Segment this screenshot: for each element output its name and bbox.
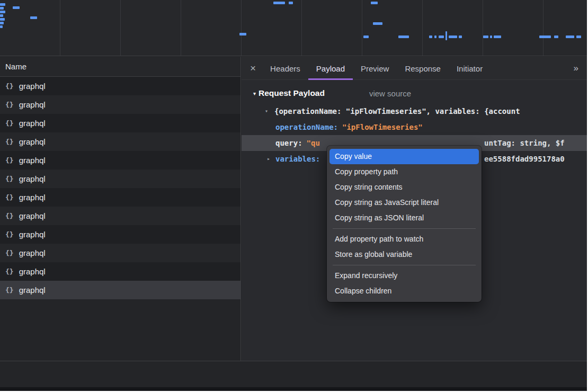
timeline-gridline: [362, 0, 362, 56]
request-name: graphql: [19, 230, 46, 239]
request-list: {}graphql{}graphql{}graphql{}graphql{}gr…: [0, 77, 240, 299]
property-value-left: "qu: [307, 139, 320, 147]
expander-closed-icon[interactable]: ▸: [267, 151, 270, 167]
timeline-gridline: [422, 0, 423, 56]
list-item[interactable]: {}graphql: [0, 244, 240, 262]
property-key: operationName:: [275, 123, 338, 131]
timeline-request-bar: [239, 33, 246, 35]
list-item[interactable]: {}graphql: [0, 225, 240, 244]
list-item[interactable]: {}graphql: [0, 262, 240, 281]
list-item[interactable]: {}graphql: [0, 170, 240, 188]
expander-open-icon[interactable]: ▾: [265, 103, 268, 119]
timeline-gridline: [543, 0, 544, 56]
network-overview-timeline[interactable]: [0, 0, 587, 56]
context-menu-item[interactable]: Add property path to watch: [329, 231, 479, 247]
name-column-header[interactable]: Name: [0, 57, 240, 77]
json-braces-icon: {}: [5, 138, 14, 146]
json-braces-icon: {}: [5, 175, 14, 183]
context-menu-item[interactable]: Copy string contents: [329, 180, 479, 195]
context-menu-item[interactable]: Copy string as JSON literal: [329, 210, 479, 226]
timeline-request-bar: [429, 35, 432, 38]
timeline-request-bar: [273, 2, 285, 4]
timeline-request-bar: [0, 7, 4, 10]
details-tab-bar: × HeadersPayloadPreviewResponseInitiator…: [242, 57, 587, 80]
timeline-request-bar: [0, 25, 3, 28]
json-braces-icon: {}: [5, 82, 14, 90]
root-preview-text: {operationName: "ipFlowTimeseries", vari…: [274, 107, 520, 115]
json-braces-icon: {}: [5, 230, 14, 238]
network-summary-bar: [0, 361, 587, 387]
json-braces-icon: {}: [5, 156, 14, 164]
list-item[interactable]: {}graphql: [0, 207, 240, 225]
context-menu-item[interactable]: Copy string as JavaScript literal: [329, 195, 479, 210]
list-item[interactable]: {}graphql: [0, 281, 240, 299]
list-item[interactable]: {}graphql: [0, 132, 240, 151]
property-value: "ipFlowTimeseries": [342, 123, 423, 131]
request-name: graphql: [19, 267, 46, 276]
timeline-gridline: [301, 0, 302, 56]
request-name: graphql: [19, 248, 46, 257]
context-menu-item[interactable]: Store as global variable: [329, 247, 479, 262]
timeline-request-bar: [539, 35, 551, 38]
tab-preview[interactable]: Preview: [353, 57, 397, 80]
timeline-request-bar: [0, 3, 5, 6]
property-value-right: untTag: string, $f: [484, 135, 565, 151]
collapse-triangle-icon[interactable]: ▾: [253, 91, 256, 96]
tab-headers[interactable]: Headers: [262, 57, 308, 80]
timeline-request-bar: [371, 2, 378, 4]
timeline-request-bar: [0, 14, 3, 17]
request-name: graphql: [19, 174, 46, 183]
list-item[interactable]: {}graphql: [0, 188, 240, 207]
timeline-gridline: [120, 0, 121, 56]
more-tabs-icon[interactable]: »: [565, 63, 587, 74]
property-value-right: ee5588fdad995178a0: [484, 151, 565, 167]
view-source-link[interactable]: view source: [369, 89, 411, 98]
property-key: variables:: [275, 155, 320, 163]
window-bottom-edge: [0, 387, 587, 391]
request-name: graphql: [19, 211, 46, 220]
context-menu-item[interactable]: Copy value: [329, 149, 479, 164]
json-braces-icon: {}: [5, 249, 14, 257]
tab-strip: HeadersPayloadPreviewResponseInitiator: [262, 57, 491, 80]
timeline-gridline: [60, 0, 60, 56]
timeline-request-bar: [373, 22, 382, 25]
tab-initiator[interactable]: Initiator: [449, 57, 491, 80]
close-icon[interactable]: ×: [249, 63, 262, 74]
json-braces-icon: {}: [5, 268, 14, 275]
timeline-request-bar: [363, 35, 369, 38]
request-name: graphql: [19, 119, 46, 128]
timeline-request-bar: [439, 35, 444, 38]
timeline-request-bar: [490, 35, 492, 38]
list-item[interactable]: {}graphql: [0, 95, 240, 114]
context-menu-item[interactable]: Copy property path: [329, 164, 479, 180]
list-item[interactable]: {}graphql: [0, 77, 240, 95]
timeline-request-bar: [483, 35, 488, 38]
tab-response[interactable]: Response: [397, 57, 449, 80]
timeline-gridline: [181, 0, 181, 56]
list-item[interactable]: {}graphql: [0, 151, 240, 170]
json-braces-icon: {}: [5, 193, 14, 201]
tree-row-root[interactable]: ▾ {operationName: "ipFlowTimeseries", va…: [242, 103, 587, 119]
timeline-gridline: [483, 0, 483, 56]
context-menu-item[interactable]: Expand recursively: [329, 268, 479, 283]
timeline-request-bar: [289, 2, 293, 4]
list-item[interactable]: {}graphql: [0, 114, 240, 132]
timeline-request-bar: [13, 6, 20, 9]
timeline-request-bar: [30, 16, 37, 19]
request-name: graphql: [19, 137, 46, 146]
property-key: query:: [275, 139, 302, 147]
timeline-request-bar: [398, 35, 409, 38]
request-name: graphql: [19, 156, 46, 165]
timeline-request-bar: [0, 18, 5, 21]
devtools-window: Name {}graphql{}graphql{}graphql{}graphq…: [0, 0, 587, 391]
request-name: graphql: [19, 82, 46, 91]
timeline-request-bar: [576, 35, 581, 38]
network-request-list-pane: Name {}graphql{}graphql{}graphql{}graphq…: [0, 57, 241, 361]
context-menu-item[interactable]: Collapse children: [329, 283, 479, 299]
tree-row-operation-name[interactable]: operationName:"ipFlowTimeseries": [242, 119, 587, 135]
json-braces-icon: {}: [5, 212, 14, 220]
request-name: graphql: [19, 286, 46, 295]
json-braces-icon: {}: [5, 286, 14, 294]
tab-payload[interactable]: Payload: [308, 57, 353, 80]
section-title: Request Payload: [259, 88, 325, 98]
